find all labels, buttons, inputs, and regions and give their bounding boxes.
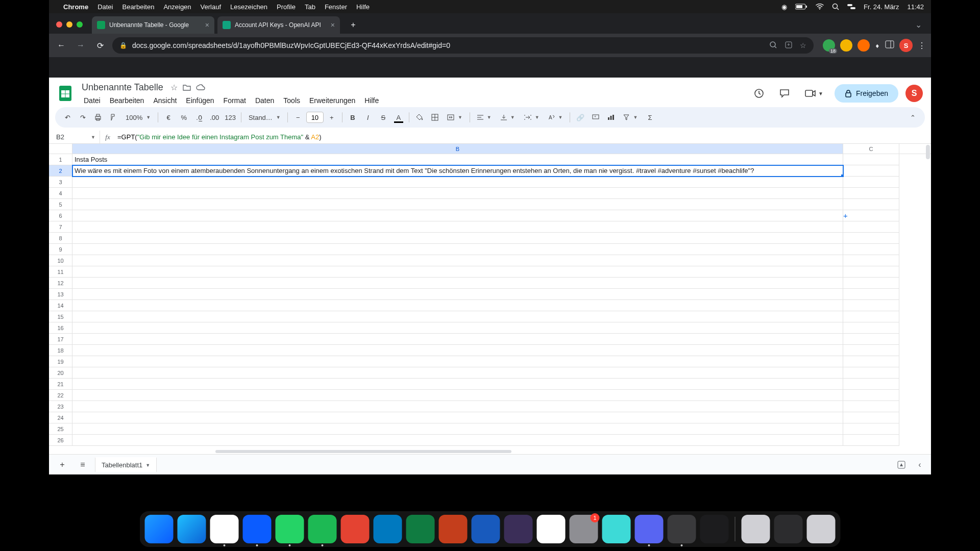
cell-b20[interactable] [72, 367, 843, 379]
dock-app-trello[interactable] [374, 515, 402, 543]
spotlight-icon[interactable] [832, 3, 839, 10]
row-header[interactable]: 19 [49, 356, 72, 367]
menubar-item[interactable]: Bearbeiten [122, 3, 154, 11]
row-header[interactable]: 18 [49, 345, 72, 356]
autofill-plus-icon[interactable]: + [843, 211, 848, 220]
cell-b3[interactable] [72, 177, 843, 188]
new-tab-button[interactable]: + [346, 18, 360, 32]
cell-c7[interactable] [843, 221, 899, 233]
extensions-menu-icon[interactable]: ⬧ [875, 41, 880, 50]
row-header[interactable]: 2 [49, 165, 72, 177]
row-header[interactable]: 15 [49, 311, 72, 322]
row-header[interactable]: 14 [49, 300, 72, 311]
row-header[interactable]: 10 [49, 255, 72, 266]
cell-c1[interactable] [843, 154, 899, 165]
rotate-button[interactable]: A▼ [545, 110, 567, 124]
row-header[interactable]: 16 [49, 322, 72, 334]
cell-c18[interactable] [843, 345, 899, 356]
cell-b18[interactable] [72, 345, 843, 356]
cell-b12[interactable] [72, 278, 843, 289]
dock-app-imovie[interactable] [504, 515, 533, 543]
collapse-toolbar-icon[interactable]: ⌃ [905, 110, 920, 124]
borders-button[interactable] [428, 110, 442, 124]
row-header[interactable]: 26 [49, 435, 72, 446]
filter-button[interactable]: ▼ [619, 110, 642, 124]
menu-hilfe[interactable]: Hilfe [360, 95, 383, 106]
name-box[interactable]: B2 ▼ [49, 131, 100, 143]
bold-button[interactable]: B [346, 110, 360, 124]
menubar-app[interactable]: Chrome [63, 3, 88, 11]
dock-app-whatsapp[interactable] [276, 515, 304, 543]
dock-app-word[interactable] [472, 515, 500, 543]
extension-icon[interactable]: 18 [823, 39, 835, 52]
cell-b16[interactable] [72, 322, 843, 334]
currency-button[interactable]: € [161, 110, 176, 124]
chrome-menu-icon[interactable]: ⋮ [918, 41, 926, 51]
dock-app-app-teal[interactable] [602, 515, 631, 543]
tabs-dropdown-icon[interactable]: ⌄ [915, 20, 922, 30]
font-size-decrease[interactable]: − [291, 110, 305, 124]
cloud-status-icon[interactable] [196, 84, 205, 90]
cell-b17[interactable] [72, 334, 843, 345]
sheets-logo-icon[interactable] [55, 83, 76, 104]
cell-c10[interactable] [843, 255, 899, 266]
merge-button[interactable]: ▼ [443, 110, 467, 124]
wifi-icon[interactable] [816, 4, 824, 10]
row-header[interactable]: 24 [49, 412, 72, 423]
cell-c16[interactable] [843, 322, 899, 334]
zoom-select[interactable]: 100%▼ [121, 110, 155, 124]
undo-button[interactable]: ↶ [60, 110, 75, 124]
cell-b14[interactable] [72, 300, 843, 311]
v-align-button[interactable]: ▼ [497, 110, 519, 124]
cell-c3[interactable] [843, 177, 899, 188]
cell-b4[interactable] [72, 188, 843, 199]
strike-button[interactable]: S [376, 110, 390, 124]
window-minimize-icon[interactable] [66, 21, 72, 28]
tab-close-icon[interactable]: × [331, 21, 335, 29]
menubar-item[interactable]: Verlauf [201, 3, 221, 11]
dock-app-mission[interactable] [774, 515, 803, 543]
window-zoom-icon[interactable] [77, 21, 83, 28]
battery-icon[interactable] [795, 4, 807, 10]
cell-c22[interactable] [843, 390, 899, 401]
sheet-tab[interactable]: Tabellenblatt1 ▼ [95, 457, 157, 472]
text-color-button[interactable]: A [391, 110, 406, 124]
reload-button[interactable]: ⟳ [93, 38, 107, 53]
cell-b11[interactable] [72, 266, 843, 278]
cell-b19[interactable] [72, 356, 843, 367]
comments-icon[interactable] [775, 84, 794, 103]
row-header[interactable]: 23 [49, 401, 72, 412]
cell-c6[interactable] [843, 210, 899, 221]
cell-c12[interactable] [843, 278, 899, 289]
screen-record-icon[interactable]: ◉ [781, 3, 787, 11]
cell-b6[interactable] [72, 210, 843, 221]
cell-c21[interactable] [843, 379, 899, 390]
row-header[interactable]: 1 [49, 154, 72, 165]
fill-color-button[interactable] [412, 110, 427, 124]
forward-button[interactable]: → [74, 38, 88, 53]
menu-erweiterungen[interactable]: Erweiterungen [305, 95, 359, 106]
dock-app-todoist[interactable] [341, 515, 370, 543]
extension-icon[interactable] [857, 39, 870, 52]
menu-datei[interactable]: Datei [80, 95, 105, 106]
menu-daten[interactable]: Daten [251, 95, 278, 106]
dock-app-finder[interactable] [145, 515, 174, 543]
install-icon[interactable] [785, 41, 793, 51]
side-panel-toggle[interactable]: ‹ [914, 460, 926, 469]
cell-b5[interactable] [72, 199, 843, 210]
bookmark-icon[interactable]: ☆ [800, 41, 806, 49]
cell-c24[interactable] [843, 412, 899, 423]
print-button[interactable] [91, 110, 105, 124]
cell-c2[interactable] [843, 165, 899, 177]
menu-ansicht[interactable]: Ansicht [149, 95, 181, 106]
dock-app-discord[interactable] [635, 515, 664, 543]
cell-c9[interactable] [843, 244, 899, 255]
cell-b21[interactable] [72, 379, 843, 390]
paint-format-button[interactable] [106, 110, 120, 124]
dock-app-voice-memos[interactable] [700, 515, 729, 543]
dock-app-zoom[interactable] [243, 515, 272, 543]
share-button[interactable]: Freigeben [835, 84, 898, 103]
dock-app-preview[interactable] [742, 515, 770, 543]
italic-button[interactable]: I [361, 110, 375, 124]
cell-b9[interactable] [72, 244, 843, 255]
